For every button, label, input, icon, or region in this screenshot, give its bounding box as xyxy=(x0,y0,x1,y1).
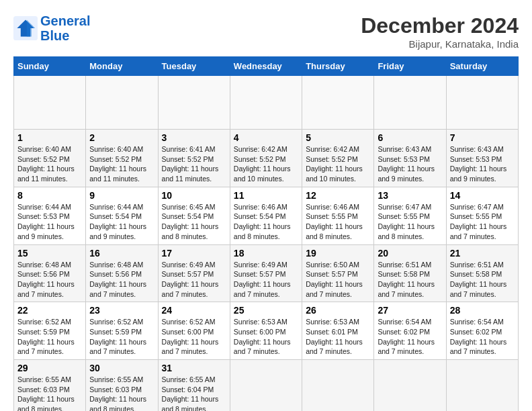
day-info: Sunrise: 6:48 AMSunset: 5:56 PMDaylight:… xyxy=(17,260,82,300)
day-number: 16 xyxy=(89,248,154,259)
calendar-cell xyxy=(374,360,446,412)
calendar-cell: 20Sunrise: 6:51 AMSunset: 5:58 PMDayligh… xyxy=(374,244,446,302)
header-row: SundayMondayTuesdayWednesdayThursdayFrid… xyxy=(14,57,519,76)
calendar-cell xyxy=(446,360,518,412)
calendar-cell: 14Sunrise: 6:47 AMSunset: 5:55 PMDayligh… xyxy=(446,187,518,244)
day-number: 6 xyxy=(378,132,442,143)
day-info: Sunrise: 6:43 AMSunset: 5:53 PMDaylight:… xyxy=(378,144,442,184)
calendar-cell: 8Sunrise: 6:44 AMSunset: 5:53 PMDaylight… xyxy=(14,187,86,244)
calendar-cell: 22Sunrise: 6:52 AMSunset: 5:59 PMDayligh… xyxy=(14,302,86,360)
calendar-cell xyxy=(230,76,302,130)
day-number: 11 xyxy=(234,190,298,201)
calendar-cell: 18Sunrise: 6:49 AMSunset: 5:57 PMDayligh… xyxy=(230,244,302,302)
day-number: 22 xyxy=(17,305,82,316)
calendar-table: SundayMondayTuesdayWednesdayThursdayFrid… xyxy=(13,56,519,411)
calendar-cell: 21Sunrise: 6:51 AMSunset: 5:58 PMDayligh… xyxy=(446,244,518,302)
day-info: Sunrise: 6:55 AMSunset: 6:03 PMDaylight:… xyxy=(17,375,82,411)
day-number: 12 xyxy=(306,190,370,201)
day-number: 30 xyxy=(89,363,154,373)
calendar-cell: 2Sunrise: 6:40 AMSunset: 5:52 PMDaylight… xyxy=(86,130,158,187)
header-day: Saturday xyxy=(446,57,518,76)
day-info: Sunrise: 6:52 AMSunset: 5:59 PMDaylight:… xyxy=(89,317,154,357)
calendar-cell: 13Sunrise: 6:47 AMSunset: 5:55 PMDayligh… xyxy=(374,187,446,244)
day-number: 27 xyxy=(378,305,442,316)
day-number: 29 xyxy=(17,363,82,373)
header-day: Sunday xyxy=(14,57,86,76)
calendar-cell: 1Sunrise: 6:40 AMSunset: 5:52 PMDaylight… xyxy=(14,130,86,187)
day-info: Sunrise: 6:52 AMSunset: 5:59 PMDaylight:… xyxy=(17,317,82,357)
calendar-cell: 4Sunrise: 6:42 AMSunset: 5:52 PMDaylight… xyxy=(230,130,302,187)
calendar-cell: 7Sunrise: 6:43 AMSunset: 5:53 PMDaylight… xyxy=(446,130,518,187)
calendar-cell: 6Sunrise: 6:43 AMSunset: 5:53 PMDaylight… xyxy=(374,130,446,187)
day-number: 25 xyxy=(234,305,298,316)
calendar-cell xyxy=(302,360,374,412)
calendar-cell: 9Sunrise: 6:44 AMSunset: 5:54 PMDaylight… xyxy=(86,187,158,244)
calendar-cell: 3Sunrise: 6:41 AMSunset: 5:52 PMDaylight… xyxy=(158,130,230,187)
day-info: Sunrise: 6:53 AMSunset: 6:00 PMDaylight:… xyxy=(234,317,298,357)
day-number: 14 xyxy=(450,190,515,201)
day-info: Sunrise: 6:47 AMSunset: 5:55 PMDaylight:… xyxy=(378,202,442,242)
day-number: 15 xyxy=(17,248,82,259)
day-number: 17 xyxy=(162,248,226,259)
calendar-cell xyxy=(14,76,86,130)
header-day: Thursday xyxy=(302,57,374,76)
day-info: Sunrise: 6:46 AMSunset: 5:54 PMDaylight:… xyxy=(234,202,298,242)
day-number: 7 xyxy=(450,132,515,143)
day-info: Sunrise: 6:45 AMSunset: 5:54 PMDaylight:… xyxy=(162,202,226,242)
calendar-cell xyxy=(446,76,518,130)
day-info: Sunrise: 6:54 AMSunset: 6:02 PMDaylight:… xyxy=(378,317,442,357)
calendar-cell: 29Sunrise: 6:55 AMSunset: 6:03 PMDayligh… xyxy=(14,360,86,412)
header-day: Monday xyxy=(86,57,158,76)
day-info: Sunrise: 6:51 AMSunset: 5:58 PMDaylight:… xyxy=(450,260,515,300)
day-number: 21 xyxy=(450,248,515,259)
calendar-cell: 15Sunrise: 6:48 AMSunset: 5:56 PMDayligh… xyxy=(14,244,86,302)
day-info: Sunrise: 6:51 AMSunset: 5:58 PMDaylight:… xyxy=(378,260,442,300)
day-number: 4 xyxy=(234,132,298,143)
week-row: 8Sunrise: 6:44 AMSunset: 5:53 PMDaylight… xyxy=(14,187,519,244)
day-info: Sunrise: 6:54 AMSunset: 6:02 PMDaylight:… xyxy=(450,317,515,357)
day-number: 20 xyxy=(378,248,442,259)
calendar-cell: 25Sunrise: 6:53 AMSunset: 6:00 PMDayligh… xyxy=(230,302,302,360)
calendar-cell: 16Sunrise: 6:48 AMSunset: 5:56 PMDayligh… xyxy=(86,244,158,302)
logo-text: General Blue xyxy=(40,13,90,43)
week-row xyxy=(14,76,519,130)
title-area: December 2024 Bijapur, Karnataka, India xyxy=(361,13,519,50)
day-info: Sunrise: 6:55 AMSunset: 6:04 PMDaylight:… xyxy=(162,375,226,411)
calendar-cell: 17Sunrise: 6:49 AMSunset: 5:57 PMDayligh… xyxy=(158,244,230,302)
day-number: 3 xyxy=(162,132,226,143)
calendar-cell: 5Sunrise: 6:42 AMSunset: 5:52 PMDaylight… xyxy=(302,130,374,187)
day-info: Sunrise: 6:52 AMSunset: 6:00 PMDaylight:… xyxy=(162,317,226,357)
header-day: Friday xyxy=(374,57,446,76)
day-info: Sunrise: 6:48 AMSunset: 5:56 PMDaylight:… xyxy=(89,260,154,300)
day-number: 10 xyxy=(162,190,226,201)
logo: General Blue xyxy=(13,13,90,43)
day-number: 23 xyxy=(89,305,154,316)
week-row: 22Sunrise: 6:52 AMSunset: 5:59 PMDayligh… xyxy=(14,302,519,360)
calendar-cell: 24Sunrise: 6:52 AMSunset: 6:00 PMDayligh… xyxy=(158,302,230,360)
day-number: 13 xyxy=(378,190,442,201)
day-number: 18 xyxy=(234,248,298,259)
day-number: 24 xyxy=(162,305,226,316)
day-number: 19 xyxy=(306,248,370,259)
day-info: Sunrise: 6:50 AMSunset: 5:57 PMDaylight:… xyxy=(306,260,370,300)
calendar-cell: 12Sunrise: 6:46 AMSunset: 5:55 PMDayligh… xyxy=(302,187,374,244)
day-info: Sunrise: 6:53 AMSunset: 6:01 PMDaylight:… xyxy=(306,317,370,357)
day-info: Sunrise: 6:42 AMSunset: 5:52 PMDaylight:… xyxy=(234,144,298,184)
day-info: Sunrise: 6:44 AMSunset: 5:54 PMDaylight:… xyxy=(89,202,154,242)
calendar-cell: 26Sunrise: 6:53 AMSunset: 6:01 PMDayligh… xyxy=(302,302,374,360)
calendar-cell xyxy=(302,76,374,130)
day-info: Sunrise: 6:41 AMSunset: 5:52 PMDaylight:… xyxy=(162,144,226,184)
day-info: Sunrise: 6:43 AMSunset: 5:53 PMDaylight:… xyxy=(450,144,515,184)
week-row: 1Sunrise: 6:40 AMSunset: 5:52 PMDaylight… xyxy=(14,130,519,187)
calendar-cell xyxy=(230,360,302,412)
day-number: 8 xyxy=(17,190,82,201)
day-info: Sunrise: 6:55 AMSunset: 6:03 PMDaylight:… xyxy=(89,375,154,411)
calendar-cell: 28Sunrise: 6:54 AMSunset: 6:02 PMDayligh… xyxy=(446,302,518,360)
calendar-cell: 31Sunrise: 6:55 AMSunset: 6:04 PMDayligh… xyxy=(158,360,230,412)
day-number: 9 xyxy=(89,190,154,201)
location: Bijapur, Karnataka, India xyxy=(361,38,519,50)
day-number: 1 xyxy=(17,132,82,143)
day-number: 26 xyxy=(306,305,370,316)
calendar-cell xyxy=(374,76,446,130)
day-info: Sunrise: 6:46 AMSunset: 5:55 PMDaylight:… xyxy=(306,202,370,242)
